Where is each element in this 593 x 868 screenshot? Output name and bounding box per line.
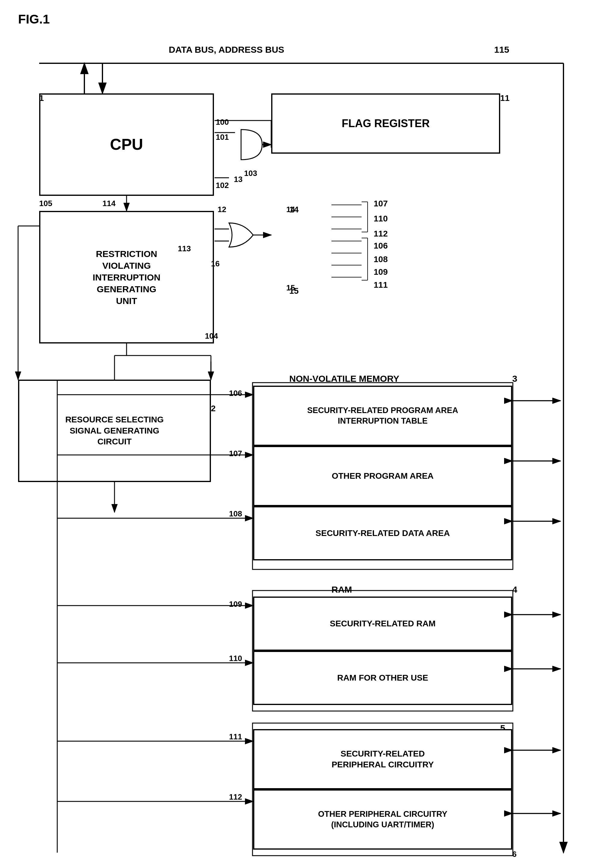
n16: 16 xyxy=(211,259,220,269)
n113: 113 xyxy=(178,244,191,253)
ram-label: RAM xyxy=(332,585,352,595)
restriction-box: RESTRICTION VIOLATING INTERRUPTION GENER… xyxy=(39,211,214,344)
n106: 106 xyxy=(229,389,242,398)
security-ram-box: SECURITY-RELATED RAM xyxy=(253,596,512,651)
n14-label: 14 xyxy=(289,205,299,214)
nonvolatile-ref: 3 xyxy=(512,373,517,384)
cpu-ref: 1 xyxy=(39,93,44,103)
figure-title: FIG.1 xyxy=(18,12,50,27)
n111-label: 111 xyxy=(374,280,388,290)
n107-label: 107 xyxy=(374,199,388,208)
n107: 107 xyxy=(229,449,242,458)
n101: 101 xyxy=(216,133,229,142)
security-data-box: SECURITY-RELATED DATA AREA xyxy=(253,506,512,560)
n12: 12 xyxy=(218,205,226,214)
n106-label: 106 xyxy=(374,241,388,251)
n103: 103 xyxy=(244,169,257,178)
n100: 100 xyxy=(216,118,229,127)
data-bus-label: DATA BUS, ADDRESS BUS xyxy=(169,44,284,55)
resource-ref: 2 xyxy=(211,404,216,413)
other-peripheral-box: OTHER PERIPHERAL CIRCUITRY (INCLUDING UA… xyxy=(253,789,512,850)
ram-ref: 4 xyxy=(512,585,517,595)
n15-label: 15 xyxy=(289,286,299,296)
n109-label: 109 xyxy=(374,267,388,277)
n13: 13 xyxy=(234,175,243,184)
peripheral-6: 6 xyxy=(512,850,516,859)
bus-ref-label: 115 xyxy=(494,44,509,55)
n102: 102 xyxy=(216,181,229,190)
n109: 109 xyxy=(229,599,242,609)
n114: 114 xyxy=(102,199,115,208)
nonvolatile-label: NON-VOLATILE MEMORY xyxy=(289,373,399,384)
n104: 104 xyxy=(205,331,218,341)
n112-label: 112 xyxy=(374,229,388,239)
resource-box: RESOURCE SELECTING SIGNAL GENERATING CIR… xyxy=(18,379,211,482)
n108-label: 108 xyxy=(374,255,388,264)
n110: 110 xyxy=(229,654,242,663)
n110-label: 110 xyxy=(374,214,388,224)
security-peripheral-box: SECURITY-RELATED PERIPHERAL CIRCUITRY xyxy=(253,729,512,789)
n105: 105 xyxy=(39,199,52,208)
ram-other-box: RAM FOR OTHER USE xyxy=(253,651,512,705)
cpu-box: CPU xyxy=(39,93,214,196)
other-program-box: OTHER PROGRAM AREA xyxy=(253,446,512,506)
flag-register-box: FLAG REGISTER xyxy=(271,93,500,154)
flag-ref: 11 xyxy=(500,93,509,103)
security-program-box: SECURITY-RELATED PROGRAM AREA INTERRUPTI… xyxy=(253,386,512,446)
n112: 112 xyxy=(229,793,242,802)
n108: 108 xyxy=(229,509,242,518)
diagram: FIG.1 DATA BUS, ADDRESS BUS 115 CPU 1 FL… xyxy=(0,0,593,868)
n111: 111 xyxy=(229,732,242,741)
